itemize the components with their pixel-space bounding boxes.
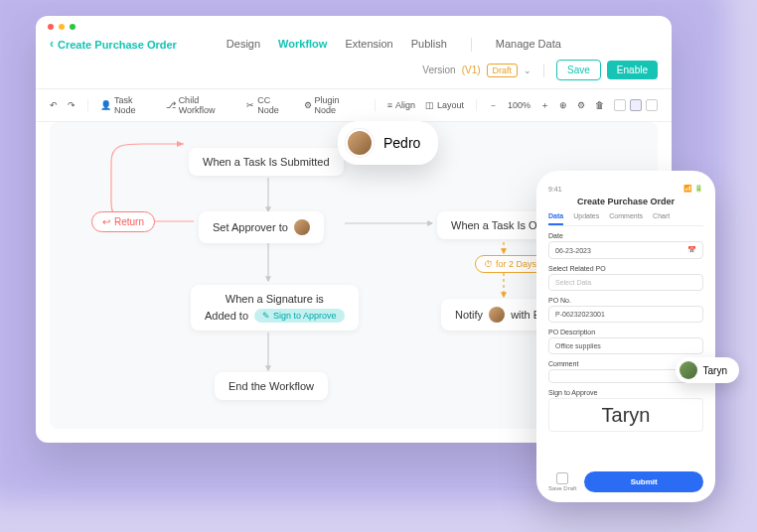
return-node[interactable]: ↩ Return — [91, 211, 155, 232]
redo-icon[interactable]: ↷ — [68, 100, 76, 110]
date-label: Date — [548, 232, 703, 239]
po-desc-label: PO Description — [548, 329, 703, 335]
phone-tabs: Data Updates Comments Chart — [548, 212, 703, 226]
po-no-label: PO No. — [548, 297, 703, 304]
avatar-icon — [489, 307, 505, 323]
scissors-icon: ✂ — [246, 100, 254, 110]
node-set-approver[interactable]: Set Approver to — [199, 211, 324, 243]
chevron-left-icon: › — [50, 38, 54, 52]
pedro-cursor: Pedro — [338, 121, 438, 165]
mobile-preview: 9:41 📶 🔋 Create Purchase Order Data Upda… — [536, 171, 715, 502]
phone-title: Create Purchase Order — [548, 197, 703, 206]
zoom-value: 100% — [508, 100, 530, 110]
window-controls — [36, 16, 672, 38]
related-po-label: Select Related PO — [548, 265, 703, 272]
zoom-in-icon[interactable]: ＋ — [540, 99, 549, 112]
layout-tool[interactable]: ◫Layout — [425, 100, 464, 110]
toolbar: ↶ ↷ 👤Task Node ⎇Child Workflow ✂CC Node … — [36, 88, 672, 122]
zoom-out-icon[interactable]: － — [489, 99, 498, 112]
manage-data-link[interactable]: Manage Data — [496, 38, 561, 52]
pedro-name: Pedro — [383, 135, 420, 151]
taryn-cursor: Taryn — [676, 357, 739, 383]
phone-status-bar: 9:41 📶 🔋 — [548, 185, 703, 193]
node-signature-added[interactable]: When a Signature is Added to ✎ Sign to A… — [191, 285, 359, 331]
task-node-tool[interactable]: 👤Task Node — [100, 95, 156, 115]
minimize-dot[interactable] — [59, 24, 65, 30]
save-icon — [556, 472, 568, 484]
phone-tab-data[interactable]: Data — [548, 212, 563, 225]
return-icon: ↩ — [102, 216, 110, 227]
phone-tab-updates[interactable]: Updates — [573, 212, 599, 225]
settings-icon[interactable]: ⚙ — [577, 100, 585, 110]
date-input[interactable]: 06-23-2023 📅 — [548, 241, 703, 259]
phone-tab-chart[interactable]: Chart — [653, 212, 670, 225]
version-label: Version — [422, 65, 455, 75]
chevron-down-icon[interactable]: ⌄ — [524, 66, 531, 75]
for-days-badge[interactable]: ⏱ for 2 Days — [475, 255, 545, 273]
phone-tab-comments[interactable]: Comments — [609, 212, 643, 225]
save-draft-button[interactable]: Save Draft — [548, 472, 576, 491]
view-mode-3[interactable] — [646, 99, 658, 111]
page-title: Create Purchase Order — [58, 39, 177, 51]
close-dot[interactable] — [48, 24, 54, 30]
tab-design[interactable]: Design — [227, 38, 260, 52]
delete-icon[interactable]: 🗑 — [595, 100, 604, 110]
save-button[interactable]: Save — [556, 60, 601, 80]
undo-icon[interactable]: ↶ — [50, 100, 58, 110]
signal-icon: 📶 🔋 — [683, 185, 703, 193]
po-no-input[interactable]: P-06232023001 — [548, 306, 703, 323]
tab-publish[interactable]: Publish — [411, 38, 447, 52]
avatar-icon — [346, 129, 374, 157]
submit-button[interactable]: Submit — [584, 471, 703, 492]
po-desc-input[interactable]: Office supplies — [548, 337, 703, 354]
avatar-icon — [294, 219, 310, 235]
view-mode-1[interactable] — [614, 99, 626, 111]
back-button[interactable]: › Create Purchase Order — [50, 38, 177, 52]
taryn-name: Taryn — [703, 365, 727, 376]
clock-icon: ⏱ — [484, 259, 493, 269]
cc-node-tool[interactable]: ✂CC Node — [246, 95, 293, 115]
main-tabs: Design Workflow Extension Publish Manage… — [227, 38, 561, 52]
version-value: (V1) — [462, 65, 481, 75]
sign-to-approve-chip: ✎ Sign to Approve — [254, 309, 345, 323]
avatar-icon — [680, 361, 697, 379]
sign-label: Sign to Approve — [548, 389, 703, 396]
view-mode-2[interactable] — [630, 99, 642, 111]
node-end-workflow[interactable]: End the Workflow — [215, 372, 328, 400]
phone-time: 9:41 — [548, 186, 562, 193]
draft-badge: Draft — [487, 64, 519, 77]
svg-marker-1 — [177, 141, 184, 147]
align-icon: ≡ — [387, 100, 392, 110]
node-task-submitted[interactable]: When a Task Is Submitted — [189, 148, 344, 176]
subheader: Version (V1) Draft ⌄ Save Enable — [36, 60, 672, 88]
related-po-select[interactable]: Select Data — [548, 274, 703, 291]
enable-button[interactable]: Enable — [607, 61, 658, 79]
plugin-node-tool[interactable]: ⚙Plugin Node — [304, 95, 363, 115]
layout-icon: ◫ — [425, 100, 434, 110]
plugin-icon: ⚙ — [304, 100, 312, 110]
branch-icon: ⎇ — [166, 100, 176, 110]
tab-extension[interactable]: Extension — [345, 38, 392, 52]
child-workflow-tool[interactable]: ⎇Child Workflow — [166, 95, 237, 115]
center-icon[interactable]: ⊕ — [559, 100, 567, 110]
maximize-dot[interactable] — [70, 24, 76, 30]
signature-pad[interactable]: Taryn — [548, 398, 703, 432]
align-tool[interactable]: ≡Align — [387, 100, 415, 110]
calendar-icon: 📅 — [687, 246, 696, 254]
pen-icon: ✎ — [262, 311, 270, 321]
tab-workflow[interactable]: Workflow — [278, 38, 327, 52]
header: › Create Purchase Order Design Workflow … — [36, 38, 672, 60]
user-icon: 👤 — [100, 100, 111, 110]
